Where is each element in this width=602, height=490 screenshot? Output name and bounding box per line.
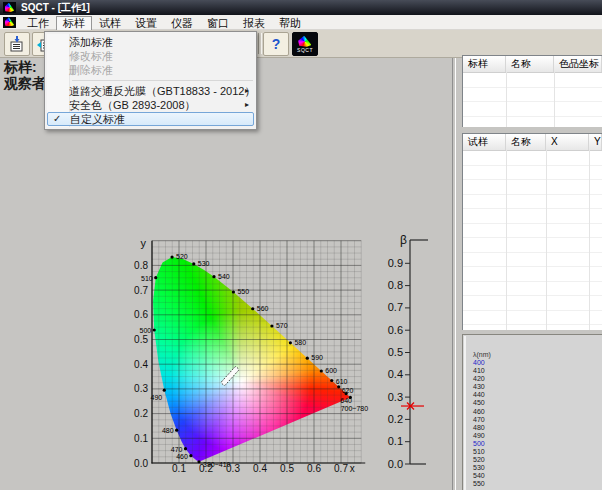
menubar-item-instrument[interactable]: 仪器: [164, 17, 200, 30]
svg-text:480: 480: [162, 427, 174, 434]
column-header[interactable]: X: [546, 134, 589, 150]
table-row[interactable]: [463, 296, 602, 311]
table-row[interactable]: [463, 325, 602, 330]
svg-text:460: 460: [176, 453, 188, 460]
menubar-item-standard[interactable]: 标样: [56, 16, 92, 31]
svg-text:0.8: 0.8: [388, 279, 403, 291]
menubar-item-work[interactable]: 工作: [20, 17, 56, 30]
menu-item-label: 删除标准: [69, 64, 113, 76]
column-header[interactable]: 标样: [463, 56, 506, 72]
wavelength-item: 430: [473, 383, 602, 391]
menu-separator: [45, 77, 256, 84]
menubar-item-help[interactable]: 帮助: [272, 17, 308, 30]
mdi-child-icon[interactable]: [3, 17, 16, 28]
menu-bar-items: 工作标样试样设置仪器窗口报表帮助: [20, 13, 308, 31]
table-row[interactable]: [463, 88, 602, 103]
table-header-row: 标样名称色品坐标: [463, 56, 602, 73]
table-row[interactable]: [463, 151, 602, 166]
samples-table[interactable]: 试样名称XY: [462, 133, 602, 330]
svg-text:530: 530: [198, 260, 210, 267]
menu-item-road-traffic-film[interactable]: 道路交通反光膜（GBT18833 - 2012）▸: [45, 84, 256, 98]
table-header-row: 试样名称XY: [463, 134, 602, 151]
help-icon: ?: [272, 36, 281, 52]
sqct-logo-button[interactable]: SQCT: [292, 32, 318, 56]
wavelength-item: 510: [473, 448, 602, 456]
wavelength-item: 420: [473, 375, 602, 383]
table-row[interactable]: [463, 166, 602, 181]
menu-item-safety-color[interactable]: 安全色（GB 2893-2008）▸: [45, 98, 256, 112]
menubar-item-sample[interactable]: 试样: [92, 17, 128, 30]
column-header[interactable]: 名称: [506, 134, 546, 150]
svg-text:0.9: 0.9: [388, 257, 403, 269]
table-row[interactable]: [463, 311, 602, 326]
wavelength-item: 550: [473, 480, 602, 488]
wavelength-item: 450: [473, 399, 602, 407]
menubar-item-window[interactable]: 窗口: [200, 17, 236, 30]
column-divider: [589, 150, 590, 330]
wavelength-item: 520: [473, 456, 602, 464]
submenu-arrow-icon: ▸: [245, 98, 249, 112]
svg-text:610: 610: [336, 378, 348, 385]
svg-text:590: 590: [311, 354, 323, 361]
table-row[interactable]: [463, 253, 602, 268]
chromaticity-diagram: 0.10.20.30.40.50.60.70.00.10.20.30.40.50…: [128, 228, 438, 490]
menu-item-custom-standard[interactable]: ✓自定义标准: [47, 112, 254, 126]
import-standard-button[interactable]: [4, 32, 30, 56]
svg-text:x: x: [350, 463, 355, 474]
submenu-arrow-icon: ▸: [245, 84, 249, 98]
menu-item-label: 安全色（GB 2893-2008）: [69, 99, 196, 111]
menu-item-delete-standard[interactable]: 删除标准: [45, 63, 256, 77]
table-row[interactable]: [463, 267, 602, 282]
wavelength-item: 530: [473, 464, 602, 472]
menu-item-add-standard[interactable]: 添加标准: [45, 35, 256, 49]
standards-table[interactable]: 标样名称色品坐标: [462, 55, 602, 127]
column-divider: [546, 150, 547, 330]
table-row[interactable]: [463, 195, 602, 210]
column-divider: [554, 72, 555, 127]
wavelength-item: 440: [473, 391, 602, 399]
wavelength-item: 410: [473, 367, 602, 375]
help-button[interactable]: ?: [263, 32, 289, 56]
svg-text:0.5: 0.5: [134, 334, 148, 345]
wavelength-panel: λ(nm) 4004104204304404504604704804905005…: [462, 334, 602, 490]
table-row[interactable]: [463, 117, 602, 128]
menubar-item-report[interactable]: 报表: [236, 17, 272, 30]
svg-text:580: 580: [294, 339, 306, 346]
svg-text:560: 560: [257, 305, 269, 312]
panel-splitter[interactable]: [452, 58, 456, 490]
svg-text:0.6: 0.6: [388, 324, 403, 336]
table-row[interactable]: [463, 209, 602, 224]
svg-text:0.4: 0.4: [388, 368, 403, 380]
svg-text:540: 540: [218, 273, 230, 280]
app-icon: [3, 2, 16, 13]
wavelength-item: 470: [473, 416, 602, 424]
column-divider: [506, 72, 507, 127]
column-header[interactable]: 名称: [506, 56, 554, 72]
standards-menu: 添加标准修改标准删除标准道路交通反光膜（GBT18833 - 2012）▸安全色…: [44, 31, 257, 130]
column-header[interactable]: 色品坐标: [554, 56, 602, 72]
menubar-item-settings[interactable]: 设置: [128, 17, 164, 30]
table-row[interactable]: [463, 180, 602, 195]
svg-text:620: 620: [342, 387, 354, 394]
menu-item-label: 道路交通反光膜（GBT18833 - 2012）: [69, 85, 255, 97]
table-row[interactable]: [463, 102, 602, 117]
svg-text:490: 490: [151, 394, 163, 401]
svg-text:0.4: 0.4: [253, 463, 267, 474]
svg-text:0.3: 0.3: [134, 383, 148, 394]
table-row[interactable]: [463, 73, 602, 88]
table-row[interactable]: [463, 282, 602, 297]
svg-text:0.6: 0.6: [307, 463, 321, 474]
toolbar-separator: [258, 33, 262, 54]
table-row[interactable]: [463, 224, 602, 239]
wavelength-item: 540: [473, 472, 602, 480]
svg-text:y: y: [141, 237, 147, 249]
svg-text:510: 510: [141, 275, 153, 282]
svg-text:0.1: 0.1: [388, 435, 403, 447]
menu-bar: 工作标样试样设置仪器窗口报表帮助: [0, 15, 602, 30]
column-header[interactable]: 试样: [463, 134, 506, 150]
table-row[interactable]: [463, 238, 602, 253]
menu-item-modify-standard[interactable]: 修改标准: [45, 49, 256, 63]
column-header[interactable]: Y: [589, 134, 602, 150]
app-window: SQCT - [工作1] 工作标样试样设置仪器窗口报表帮助: [0, 0, 602, 490]
svg-text:0.2: 0.2: [388, 413, 403, 425]
